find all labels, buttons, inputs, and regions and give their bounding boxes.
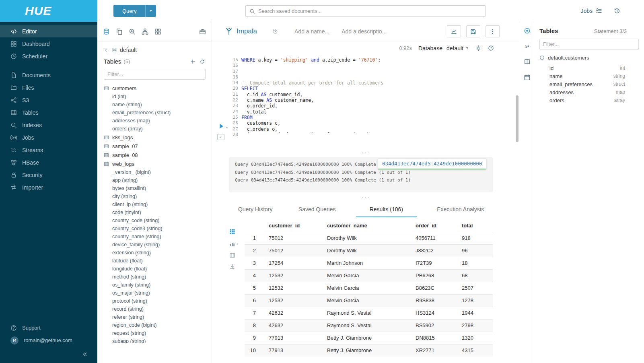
sql-editor[interactable]: 1516171819202122232425262728 WHERE a.key… (212, 56, 520, 133)
table-row[interactable]: 612532Melvin GarciaR9S8381278 (245, 294, 493, 307)
column-item[interactable]: os_major (string) (104, 289, 212, 297)
info-icon[interactable] (539, 55, 545, 60)
zoom-icon[interactable] (129, 28, 136, 35)
sidebar-collapse-button[interactable] (0, 346, 97, 358)
column-item[interactable]: idint (539, 64, 625, 72)
tab-execution-analysis[interactable]: Execution Analysis (431, 202, 490, 217)
briefcase-icon[interactable] (199, 28, 206, 35)
documents-icon[interactable] (116, 28, 123, 35)
table-customers[interactable]: customers (104, 84, 212, 93)
back-icon[interactable] (104, 47, 109, 53)
active-table[interactable]: default.customers (539, 55, 639, 61)
save-button[interactable] (466, 25, 480, 37)
sidebar-item-hbase[interactable]: HBase (0, 156, 97, 169)
grid-view-icon[interactable] (229, 229, 235, 235)
more-actions-button[interactable] (486, 25, 500, 37)
column-item[interactable]: app (string) (104, 176, 212, 184)
column-item[interactable]: region_code (bigint) (104, 321, 212, 329)
add-table-icon[interactable] (190, 59, 195, 64)
jobs-link[interactable]: Jobs (580, 8, 602, 14)
language-reference-icon[interactable] (524, 58, 531, 65)
database-selector[interactable]: default (446, 45, 469, 52)
assistant-icon[interactable] (524, 27, 531, 34)
column-item[interactable]: protocol (string) (104, 297, 212, 305)
execute-button[interactable] (218, 123, 228, 129)
column-item[interactable]: orders (array) (104, 125, 212, 133)
query-dropdown-caret[interactable] (145, 5, 156, 17)
column-item[interactable]: longitude (float) (104, 265, 212, 273)
sidebar-item-tables[interactable]: Tables (0, 106, 97, 119)
sidebar-item-streams[interactable]: Streams (0, 144, 97, 156)
column-item[interactable]: id (int) (104, 93, 212, 101)
column-item[interactable]: country_code (string) (104, 217, 212, 225)
column-item[interactable]: email_preferences (struct) (104, 109, 212, 117)
table-row[interactable]: 175012Dorothy Wilk4056711918 (245, 232, 493, 244)
column-item[interactable]: record (string) (104, 305, 212, 313)
column-item[interactable]: method (string) (104, 273, 212, 281)
table-row[interactable]: 1077913Betty J. GiambroneXR27714315 (245, 344, 493, 357)
table-row[interactable]: 977913Betty J. GiambroneDN88151320 (245, 332, 493, 344)
table-sample_07[interactable]: sample_07 (104, 142, 212, 151)
column-item[interactable]: extension (string) (104, 249, 212, 257)
hierarchy-icon[interactable] (142, 28, 148, 35)
column-item[interactable]: country_name (string) (104, 233, 212, 241)
column-item[interactable]: referer (string) (104, 313, 212, 321)
table-row[interactable]: 317254Martin JohnsonI72T3918 (245, 257, 493, 269)
functions-icon[interactable]: x² (525, 43, 529, 50)
sidebar-item-files[interactable]: Files (0, 81, 97, 94)
user-menu[interactable]: R romain@gethue.com (0, 334, 97, 346)
column-item[interactable]: bytes (smallint) (104, 184, 212, 192)
column-item[interactable]: email_preferencesstruct (539, 80, 625, 88)
editor-scrollbar[interactable] (516, 95, 518, 142)
table-row[interactable]: 742632Raymond S. VestalHS31241944 (245, 307, 493, 319)
columns-toggle-icon[interactable] (229, 252, 235, 258)
document-search[interactable] (245, 5, 486, 17)
download-results-icon[interactable] (229, 264, 235, 270)
column-item[interactable]: country_code3 (string) (104, 225, 212, 233)
support-link[interactable]: Support (0, 322, 97, 334)
column-item[interactable]: addresses (map) (104, 117, 212, 125)
resize-handle[interactable]: ··· (212, 151, 520, 155)
engine-selector[interactable]: Impala (225, 27, 257, 35)
sidebar-item-importer[interactable]: Importer (0, 181, 97, 194)
column-item[interactable]: client_ip (string) (104, 200, 212, 208)
table-filter-input[interactable] (104, 69, 206, 80)
column-item[interactable]: request (string) (104, 329, 212, 337)
databases-icon[interactable] (103, 28, 110, 35)
sidebar-item-indexes[interactable]: Indexes (0, 119, 97, 131)
execute-options-caret[interactable] (225, 126, 228, 129)
column-item[interactable]: name (string) (104, 101, 212, 109)
right-filter-input[interactable] (539, 39, 639, 50)
tab-saved-queries[interactable]: Saved Queries (293, 202, 342, 217)
column-item[interactable]: city (string) (104, 192, 212, 200)
new-query-button[interactable]: Query (113, 5, 156, 17)
history-button[interactable] (613, 7, 621, 14)
tab-results[interactable]: Results (106) (356, 202, 417, 217)
sidebar-item-editor[interactable]: Editor (0, 25, 97, 37)
table-row[interactable]: 512532Melvin GarciaB8623C2507 (245, 282, 493, 294)
refresh-icon[interactable] (200, 59, 205, 64)
column-item[interactable]: os_family (string) (104, 281, 212, 289)
column-item[interactable]: _version_ (bigint) (104, 168, 212, 176)
table-web_logs[interactable]: web_logs (104, 159, 212, 168)
hue-logo[interactable]: HUE (0, 0, 97, 22)
search-input[interactable] (258, 8, 481, 14)
column-item[interactable]: code (tinyint) (104, 208, 212, 217)
table-row[interactable]: 842632Raymond S. VestalBS59022798 (245, 319, 493, 332)
sidebar-item-security[interactable]: Security (0, 169, 97, 181)
help-icon[interactable] (488, 45, 494, 51)
resize-handle[interactable]: ··· (212, 196, 520, 200)
sidebar-item-s3[interactable]: S3 (0, 94, 97, 106)
column-item[interactable]: ordersarray (539, 96, 625, 104)
code-lines[interactable]: WHERE a.key = 'shipping' and a.zip_code … (238, 56, 520, 133)
sidebar-item-jobs[interactable]: Jobs (0, 131, 97, 144)
column-item[interactable]: latitude (float) (104, 257, 212, 265)
table-row[interactable]: 275012Dorothy WilkJ882C296 (245, 244, 493, 257)
column-item[interactable]: subapp (string) (104, 337, 212, 343)
query-id-tooltip[interactable]: 034d413ec7474ed5:4249de1000000000 (378, 159, 486, 169)
query-history-icon[interactable] (272, 29, 278, 35)
column-item[interactable]: namestring (539, 72, 625, 80)
column-item[interactable]: device_family (string) (104, 241, 212, 249)
chart-button[interactable] (447, 25, 461, 37)
sidebar-item-scheduler[interactable]: Scheduler (0, 50, 97, 62)
